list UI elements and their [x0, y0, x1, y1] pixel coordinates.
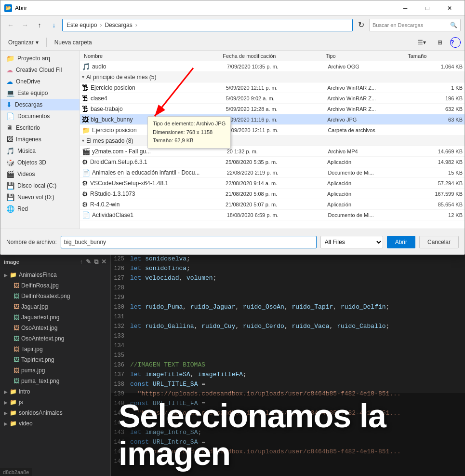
back-button[interactable]: ← — [4, 19, 17, 31]
tree-up-icon[interactable]: ↑ — [80, 258, 83, 266]
line-num-137: 137 — [111, 370, 130, 380]
filename-input[interactable] — [61, 236, 317, 248]
line-num-130: 130 — [111, 302, 130, 312]
sidebar-item-descargas[interactable]: ⬇ Descargas — [0, 99, 80, 110]
file-type-vscode: Aplicación — [327, 180, 409, 186]
view-icon-button[interactable]: ⊞ — [434, 36, 446, 49]
line-num-133: 133 — [111, 331, 130, 341]
sidebar-label-este-equipo: Este equipo — [17, 90, 48, 96]
tree-folder-js[interactable]: ▶ 📁 js — [0, 397, 110, 408]
overlay-banner: Seleccionamos la imagen — [111, 393, 465, 476]
help-button[interactable]: ? — [450, 37, 461, 48]
file-row-ejercicio1[interactable]: 🗜 Ejercicio posicion 5/09/2020 12:11 p. … — [80, 82, 465, 93]
sidebar-item-imagenes[interactable]: 🖼 Imágenes — [0, 134, 80, 145]
group-chevron-2: ▾ — [82, 138, 84, 143]
file-size-audio: 1.064 KB — [409, 64, 463, 69]
sidebar-item-creative-cloud[interactable]: ☁ Creative Cloud Fil — [0, 64, 80, 76]
tree-folder-animales-finca[interactable]: ▶ 📁 AnimalesFinca — [0, 270, 110, 280]
organize-chevron-icon: ▾ — [36, 39, 39, 46]
file-row-clase4[interactable]: 🗜 clase4 5/09/2020 9:02 a. m. Archivo Wi… — [80, 93, 465, 104]
tree-file-oso-jpg[interactable]: 🖼 OsoAntext.jpg — [0, 323, 110, 333]
tree-folder-video[interactable]: ▶ 📁 video — [0, 418, 110, 429]
sidebar-item-documentos[interactable]: 📄 Documentos — [0, 110, 80, 122]
col-name[interactable]: Nombre — [82, 53, 223, 59]
tree-folder-intro[interactable]: ▶ 📁 intro — [0, 386, 110, 397]
file-row-vscode[interactable]: ⚙ VSCodeUserSetup-x64-1.48.1 22/08/2020 … — [80, 178, 465, 189]
col-type[interactable]: Tipo — [326, 53, 408, 59]
file-row-audio[interactable]: 🎵 audio 7/09/2020 10:35 p. m. Archivo OG… — [80, 61, 465, 72]
folder-chevron: ▶ — [4, 272, 8, 278]
forward-button[interactable]: → — [19, 19, 31, 31]
path-separator-2: › — [135, 22, 137, 28]
view-button[interactable]: ☰▾ — [414, 36, 430, 49]
file-row-actividad[interactable]: 📄 ActividadClase1 18/08/2020 6:59 p. m. … — [80, 210, 465, 220]
group-label-2[interactable]: ▾ El mes pasado (8) — [80, 136, 465, 146]
tree-file-jaguar-text-png[interactable]: 🖼 Jaguartext.png — [0, 312, 110, 323]
filetype-select[interactable]: All Files — [320, 236, 383, 248]
tree-file-delfin-rosa-text-png[interactable]: 🖼 DelfinRosatext.png — [0, 291, 110, 301]
file-row-ejercicio2[interactable]: 📁 Ejercicio posicion 5/09/2020 12:11 p. … — [80, 125, 465, 136]
sidebar-item-proyecto[interactable]: 📁 Proyecto arq — [0, 53, 80, 64]
minimize-button[interactable]: ─ — [394, 0, 416, 16]
mp4-icon: 🎬 — [82, 148, 90, 155]
dialog-bottom: Nombre de archivo: All Files Abrir Cance… — [0, 229, 465, 255]
js-chevron: ▶ — [4, 400, 8, 405]
tree-file-puma-jpg[interactable]: 🖼 puma.jpg — [0, 365, 110, 376]
sidebar: 📁 Proyecto arq ☁ Creative Cloud Fil ☁ On… — [0, 51, 80, 229]
up-button[interactable]: ↑ — [33, 19, 46, 31]
tree-folder-sonidos[interactable]: ▶ 📁 sonidosAnimales — [0, 408, 110, 418]
sidebar-item-este-equipo[interactable]: 💻 Este equipo — [0, 87, 80, 99]
file-date-rstudio: 21/08/2020 5:08 p. m. — [226, 191, 327, 197]
tree-file-tapir-jpg[interactable]: 🖼 Tapir.jpg — [0, 344, 110, 354]
file-type-y2mate: Archivo MP4 — [328, 149, 409, 154]
line-content-136: //IMAGEN TEXT BIOMAS — [130, 360, 465, 370]
tree-file-jaguar-jpg[interactable]: 🖼 Jaguar.jpg — [0, 301, 110, 312]
file-row-r402[interactable]: ⚙ R-4.0.2-win 21/08/2020 5:07 p. m. Apli… — [80, 199, 465, 210]
group-label-1[interactable]: ▾ Al principio de este mes (5) — [80, 72, 465, 82]
file-row-base-trabajo[interactable]: 🗜 base-trabajo 5/09/2020 12:28 a. m. Arc… — [80, 104, 465, 114]
video-chevron: ▶ — [4, 421, 8, 426]
maximize-button[interactable]: □ — [416, 0, 438, 16]
open-button[interactable]: Abrir — [387, 236, 415, 248]
tree-close-icon[interactable]: ✕ — [101, 258, 106, 266]
path-separator-1: › — [100, 22, 102, 28]
sidebar-item-disco-c[interactable]: 💾 Disco local (C:) — [0, 180, 80, 191]
col-size[interactable]: Tamaño — [408, 53, 463, 59]
col-date[interactable]: Fecha de modificación — [223, 53, 325, 59]
sidebar-item-red[interactable]: 🌐 Red — [0, 203, 80, 215]
tree-file-delfin-rosa-jpg[interactable]: 🖼 DelfinRosa.jpg — [0, 280, 110, 291]
tree-copy-icon[interactable]: ⧉ — [94, 258, 98, 266]
new-folder-button[interactable]: Nueva carpeta — [51, 36, 96, 49]
search-box[interactable]: 🔍 — [369, 19, 461, 31]
file-row-big-buck-bunny[interactable]: 🖼 big_buck_bunny 1/09/2020 11:16 p. m. A… — [80, 114, 465, 125]
file-row-y2mate[interactable]: 🎬 y2mate.com - Fall gu... 20 1:32 p. m. … — [80, 146, 465, 157]
file-date-r402: 21/08/2020 5:07 p. m. — [226, 202, 327, 207]
file-row-droidcam[interactable]: ⚙ DroidCam.Setup.6.3.1 25/08/2020 5:35 p… — [80, 157, 465, 167]
sidebar-item-nuevo-vol[interactable]: 💾 Nuevo vol (D:) — [0, 191, 80, 203]
cancel-button[interactable]: Cancelar — [419, 236, 459, 248]
code-line-127: 127 let velocidad, volumen; — [111, 273, 465, 283]
sidebar-item-musica[interactable]: 🎵 Música — [0, 145, 80, 157]
tree-edit-icon[interactable]: ✎ — [86, 258, 91, 266]
tree-file-puma-text-png[interactable]: 🖼 puma_text.png — [0, 376, 110, 386]
close-button[interactable]: ✕ — [438, 0, 461, 16]
organize-button[interactable]: Organizar ▾ — [4, 36, 42, 49]
tree-file-tapir-text-png[interactable]: 🖼 Tapirtext.png — [0, 354, 110, 365]
sidebar-item-escritorio[interactable]: 🖥 Escritorio — [0, 122, 80, 134]
code-line-135: 135 — [111, 351, 465, 360]
intro-folder-icon: 📁 — [10, 388, 17, 395]
search-input[interactable] — [372, 22, 448, 28]
tree-file-oso-text-png[interactable]: 🖼 OsoAntetext.png — [0, 333, 110, 344]
download-button[interactable]: ↓ — [48, 19, 60, 31]
sidebar-item-videos[interactable]: 🎬 Videos — [0, 168, 80, 180]
group-title-1: Al principio de este mes (5) — [86, 74, 156, 81]
refresh-button[interactable]: ↻ — [355, 19, 367, 31]
address-path[interactable]: Este equipo › Descargas › — [62, 19, 353, 31]
file-row-rstudio[interactable]: ⚙ RStudio-1.3.1073 21/08/2020 5:08 p. m.… — [80, 189, 465, 199]
code-line-126: 126 let sonidofinca; — [111, 264, 465, 273]
sidebar-item-objetos3d[interactable]: 🎲 Objetos 3D — [0, 157, 80, 168]
sidebar-item-onedrive[interactable]: ☁ OneDrive — [0, 76, 80, 87]
file-name-base-trabajo: base-trabajo — [91, 106, 226, 112]
file-row-animales[interactable]: 📄 Animales en la educación infantil - Do… — [80, 167, 465, 178]
dialog-icon: 📂 — [4, 4, 12, 12]
